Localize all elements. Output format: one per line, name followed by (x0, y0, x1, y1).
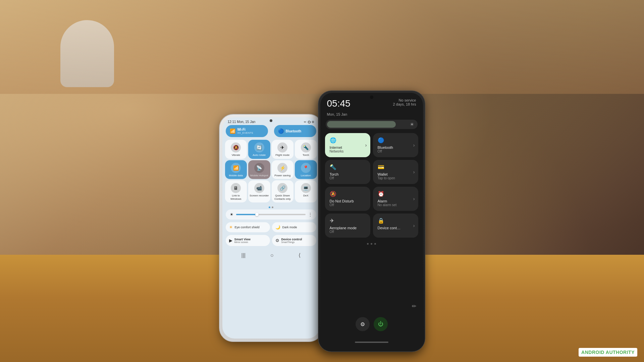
bt-icon: 🔵 (278, 128, 284, 134)
tile-link-windows[interactable]: 🖥 Link to Windows (225, 180, 247, 202)
watermark-authority: AUTHORITY (606, 350, 635, 355)
torch-icon: 🔦 (301, 142, 311, 153)
dark-mode-label: Dark mode (282, 226, 297, 229)
pixel-service-text: No service (393, 98, 416, 102)
pixel-tile-bluetooth[interactable]: 🔵 Bluetooth Off › (373, 133, 418, 157)
nav-recent[interactable]: ||| (241, 252, 245, 258)
samsung-brightness-control[interactable]: ☀ ⋮ (226, 209, 316, 220)
dot-2 (272, 206, 273, 208)
tile-dex[interactable]: 💻 DeX (295, 180, 317, 202)
tile-vibrate[interactable]: 🔕 Vibrate (225, 140, 247, 159)
pixel-date-row: Mon, 15 Jan (320, 112, 423, 120)
screen-recorder-icon: 📹 (254, 183, 264, 193)
location-label: Location (301, 174, 311, 177)
tile-mobile-data[interactable]: 📶 Mobile data (225, 160, 247, 179)
flight-label: Flight mode (275, 154, 289, 157)
pixel-tile-dnd[interactable]: 🔕 Do Not Disturb Off (325, 187, 370, 211)
aeroplane-sub: Off (330, 230, 366, 234)
wallet-sub: Tap to open (378, 176, 414, 180)
pixel-tile-torch[interactable]: 🔦 Torch Off (325, 160, 370, 184)
tile-location[interactable]: 📍 Location (295, 160, 317, 179)
pixel-time: 05:45 (327, 98, 351, 109)
location-icon: 📍 (301, 163, 311, 173)
eye-comfort-label: Eye comfort shield (235, 226, 260, 229)
dnd-label: Do Not Disturb (330, 199, 366, 203)
device-control-pt-icon: 🔒 (378, 218, 414, 224)
samsung-tiles-grid: 🔕 Vibrate 🔄 Auto rotate ✈ Flight mode (222, 140, 320, 205)
dnd-sub: Off (330, 203, 366, 207)
dex-icon: 💻 (301, 183, 311, 193)
bluetooth-icon: 🔵 (378, 137, 414, 143)
watermark-box: ANDROID AUTHORITY (579, 348, 637, 357)
pixel-tile-row-2: 🔦 Torch Off 💳 Wallet Tap to open › (325, 160, 418, 184)
tile-hotspot[interactable]: 📡 Mobile Hotspot (248, 160, 270, 179)
eye-comfort-btn[interactable]: ☀ Eye comfort shield (226, 222, 270, 232)
pixel-tile-row-1: 🌐 Internet Networks › 🔵 Bluetooth Off › (325, 133, 418, 157)
link-windows-label: Link to Windows (226, 194, 246, 200)
smart-view-btn[interactable]: ▶ Smart View Mirror screen (226, 235, 270, 246)
alarm-sub: No alarm set (378, 203, 414, 207)
device-control-label: Device control (281, 238, 302, 241)
auto-rotate-icon: 🔄 (254, 142, 264, 153)
smart-view-label: Smart View (234, 238, 251, 241)
watermark-text: ANDROID AUTHORITY (581, 350, 635, 355)
torch-label: Torch (303, 154, 309, 157)
quick-share-label: Quick Share Contacts only (273, 194, 292, 200)
scene: 12:11 Mon, 15 Jan ✏⏻⚙ 📶 Wi-Fi XX_EVENTS (0, 0, 644, 362)
pixel-date: Mon, 15 Jan (327, 112, 347, 116)
smart-view-icon: ▶ (229, 238, 232, 243)
pixel-tiles-container: 🌐 Internet Networks › 🔵 Bluetooth Off › (320, 133, 423, 238)
internet-sub: Networks (330, 149, 366, 153)
auto-rotate-label: Auto rotate (253, 154, 266, 157)
internet-arrow: › (365, 142, 367, 148)
tile-quick-share[interactable]: 🔗 Quick Share Contacts only (272, 180, 294, 202)
brightness-menu-icon: ⋮ (308, 212, 312, 217)
nav-back[interactable]: ⟨ (299, 252, 301, 258)
pdot-3 (374, 243, 376, 245)
tile-flight-mode[interactable]: ✈ Flight mode (272, 140, 294, 159)
vibrate-icon: 🔕 (231, 142, 241, 153)
wallet-icon: 💳 (378, 164, 414, 170)
tile-screen-recorder[interactable]: 📹 Screen recorder (248, 180, 270, 202)
nav-home[interactable]: ○ (270, 252, 274, 258)
power-icon: ⏻ (378, 321, 383, 327)
pixel-phone-body: 05:45 No service 2 days, 18 hrs Mon, 15 … (318, 90, 425, 352)
device-control-pt-label: Device cont… (378, 226, 414, 230)
pixel-brightness-slider[interactable]: ☀ (326, 120, 418, 129)
alarm-arrow: › (413, 196, 415, 201)
pixel-settings-btn[interactable]: ⚙ (356, 317, 370, 331)
quick-share-icon: 🔗 (277, 183, 287, 193)
settings-icon: ⚙ (360, 321, 365, 327)
brightness-icon: ☀ (230, 212, 233, 217)
tile-auto-rotate[interactable]: 🔄 Auto rotate (248, 140, 270, 159)
pixel-ui: 05:45 No service 2 days, 18 hrs Mon, 15 … (320, 93, 423, 350)
bluetooth-arrow: › (413, 142, 415, 148)
hotspot-icon: 📡 (254, 163, 264, 173)
wifi-icon: 📶 (230, 128, 235, 134)
device-control-btn[interactable]: ⚙ Device control SmartThings (272, 235, 316, 246)
tile-power-saving[interactable]: ⚡ Power saving (272, 160, 294, 179)
pixel-tile-aeroplane[interactable]: ✈ Aeroplane mode Off (325, 214, 370, 238)
dnd-icon: 🔕 (330, 191, 366, 197)
smart-view-sublabel: Mirror screen (234, 241, 251, 243)
pixel-tile-internet[interactable]: 🌐 Internet Networks › (325, 133, 370, 157)
samsung-wifi-tile[interactable]: 📶 Wi-Fi XX_EVENTS (226, 125, 268, 137)
samsung-wifi-bt-row: 📶 Wi-Fi XX_EVENTS 🔵 Bluetooth (222, 125, 320, 140)
pixel-tile-alarm[interactable]: ⏰ Alarm No alarm set › (373, 187, 418, 211)
samsung-bt-tile[interactable]: 🔵 Bluetooth (274, 125, 316, 137)
brightness-bar[interactable] (236, 214, 306, 215)
wifi-label: Wi-Fi (237, 128, 253, 131)
dark-mode-btn[interactable]: 🌙 Dark mode (272, 222, 316, 232)
pdot-2 (371, 243, 372, 245)
pixel-brightness-fill (327, 121, 396, 128)
mobile-data-icon: 📶 (231, 163, 241, 173)
pixel-front-camera (370, 96, 373, 99)
brightness-thumb (255, 213, 259, 216)
pixel-tile-wallet[interactable]: 💳 Wallet Tap to open › (373, 160, 418, 184)
torch-pt-label: Torch (330, 172, 366, 176)
tile-torch[interactable]: 🔦 Torch (295, 140, 317, 159)
pixel-power-btn[interactable]: ⏻ (374, 317, 388, 331)
pixel-tile-device-control[interactable]: 🔒 Device cont… › (373, 214, 418, 238)
samsung-time: 12:11 Mon, 15 Jan (228, 120, 256, 124)
pixel-edit-icon[interactable]: ✏ (412, 303, 416, 309)
